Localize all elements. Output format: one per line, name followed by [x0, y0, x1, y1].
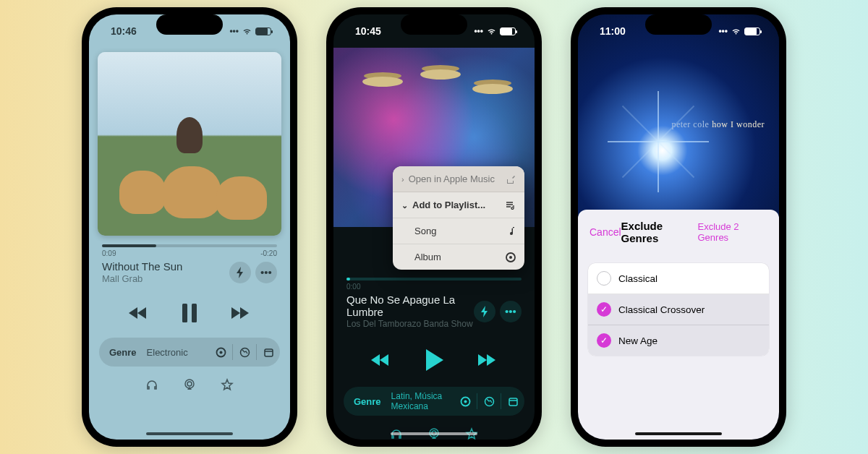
genre-row-new-age[interactable]: ✓ New Age [588, 325, 769, 356]
progress[interactable]: 0:00 [346, 278, 522, 291]
note-icon [509, 226, 516, 236]
progress[interactable]: 0:09 -0:20 [102, 244, 277, 257]
genre-value: Latin, Música Mexicana [391, 391, 454, 411]
phone-light: 10:46 ••• 0:09 -0:20 Without The Sun [82, 7, 297, 447]
track-title: Que No Se Apague La Lumbre [346, 294, 474, 318]
play-button[interactable] [423, 348, 445, 372]
globe-icon[interactable] [233, 347, 256, 358]
genre-label: Genre [99, 347, 147, 358]
exclude-action-button[interactable]: Exclude 2 Genres [697, 221, 767, 243]
exclude-genres-sheet: Cancel Exclude Genres Exclude 2 Genres C… [578, 210, 779, 440]
calendar-icon[interactable] [257, 347, 280, 358]
genre-row-classical-crossover[interactable]: ✓ Classical Crossover [588, 294, 769, 325]
svg-point-12 [464, 400, 467, 403]
track-row: Que No Se Apague La Lumbre Los Del Tambo… [346, 294, 522, 329]
bottom-row [89, 378, 290, 391]
svg-point-8 [187, 382, 192, 386]
menu-add-to-playlist[interactable]: ⌄Add to Playlist... [393, 192, 524, 218]
home-indicator[interactable] [391, 432, 477, 435]
transport [333, 348, 535, 372]
dynamic-island [401, 14, 467, 35]
status-time: 11:00 [600, 25, 626, 37]
share-icon [506, 174, 516, 184]
checkbox-unchecked-icon [597, 271, 611, 286]
checkbox-checked-icon: ✓ [597, 302, 611, 317]
sheet-title: Exclude Genres [621, 220, 698, 244]
context-menu: ›Open in Apple Music ⌄Add to Playlist...… [393, 166, 524, 270]
battery-icon [744, 27, 760, 35]
track-artist: Mall Grab [102, 273, 182, 284]
home-indicator[interactable] [146, 432, 233, 435]
prev-button[interactable] [370, 352, 391, 368]
headphones-icon[interactable] [145, 378, 158, 391]
dynamic-island [645, 14, 712, 35]
svg-rect-0 [182, 304, 187, 322]
menu-open-apple-music[interactable]: ›Open in Apple Music [393, 166, 524, 192]
genre-list: Classical ✓ Classical Crossover ✓ New Ag… [588, 263, 769, 356]
status-icons: ••• [474, 26, 516, 36]
bolt-button[interactable] [229, 262, 251, 283]
status-icons: ••• [718, 26, 760, 36]
phone-dark: 10:45 ••• ›Open in Apple Music ⌄Add to P… [326, 7, 542, 447]
airplay-icon[interactable] [183, 378, 196, 391]
time-elapsed: 0:00 [346, 283, 360, 291]
transport [89, 303, 290, 323]
record-icon[interactable] [209, 347, 232, 358]
more-button[interactable]: ••• [500, 301, 522, 322]
genre-value: Electronic [147, 347, 209, 358]
disc-icon [506, 252, 516, 262]
pause-button[interactable] [181, 303, 198, 323]
wifi-icon [242, 27, 252, 35]
prev-button[interactable] [127, 305, 149, 321]
more-button[interactable]: ••• [255, 262, 277, 283]
svg-rect-5 [265, 349, 273, 356]
home-indicator[interactable] [635, 432, 722, 435]
track-title: Without The Sun [102, 260, 182, 273]
dynamic-island [156, 14, 223, 35]
svg-point-3 [219, 351, 222, 354]
globe-icon[interactable] [477, 396, 501, 407]
calendar-icon[interactable] [501, 396, 524, 407]
genre-pill[interactable]: Genre Electronic [99, 338, 280, 367]
wifi-icon [731, 27, 741, 35]
battery-icon [500, 27, 516, 35]
svg-rect-14 [509, 398, 517, 406]
playlist-icon [506, 201, 516, 210]
checkbox-checked-icon: ✓ [597, 333, 611, 348]
record-icon[interactable] [454, 396, 477, 407]
album-art[interactable] [98, 52, 281, 236]
album-text: peter colehow I wonder [671, 119, 765, 130]
track-row: Without The Sun Mall Grab ••• [102, 260, 277, 284]
genre-label: Genre [344, 396, 391, 407]
time-elapsed: 0:09 [102, 249, 116, 257]
wifi-icon [486, 27, 497, 35]
bolt-button[interactable] [474, 301, 495, 322]
cancel-button[interactable]: Cancel [590, 226, 621, 238]
status-time: 10:45 [355, 25, 381, 37]
svg-point-10 [509, 256, 512, 259]
track-artist: Los Del Tamborazo Banda Show [346, 319, 474, 329]
status-icons: ••• [229, 26, 271, 36]
menu-album[interactable]: Album [393, 244, 524, 270]
svg-rect-1 [192, 304, 197, 322]
svg-point-13 [485, 397, 493, 406]
next-button[interactable] [230, 305, 252, 321]
genre-pill[interactable]: Genre Latin, Música Mexicana [344, 387, 524, 416]
svg-point-4 [240, 348, 249, 356]
battery-icon [255, 27, 271, 35]
phone-sheet: 11:00 ••• peter colehow I wonder Cancel … [571, 7, 786, 447]
status-time: 10:46 [111, 25, 137, 37]
time-remaining: -0:20 [260, 249, 277, 257]
star-icon[interactable] [221, 378, 234, 391]
menu-song[interactable]: Song [393, 218, 524, 244]
genre-row-classical[interactable]: Classical [588, 263, 769, 294]
next-button[interactable] [477, 352, 498, 368]
